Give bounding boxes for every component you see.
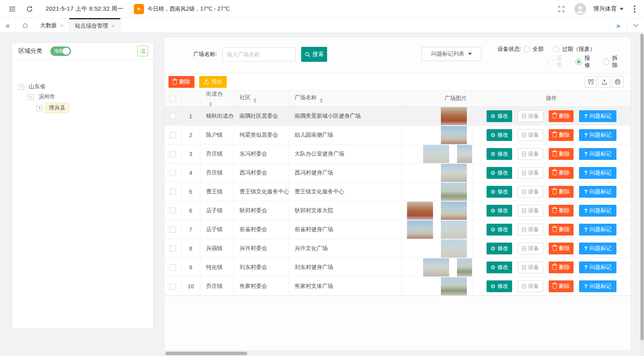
tab-big-data[interactable]: 大数据 × xyxy=(35,18,69,33)
device-button[interactable]: 设备 xyxy=(518,205,543,217)
batch-delete-button[interactable]: 删除 xyxy=(168,76,194,88)
plaza-photo-thumbnail[interactable] xyxy=(457,258,472,276)
print-icon[interactable] xyxy=(612,76,624,88)
delete-button[interactable]: 删除 xyxy=(549,243,574,254)
plaza-photo-thumbnail[interactable] xyxy=(441,183,467,201)
tabs-scroll-right-icon[interactable]: » xyxy=(609,18,627,33)
plaza-photo-thumbnail[interactable] xyxy=(441,126,467,144)
problem-mark-button[interactable]: ?问题标记 xyxy=(579,148,616,160)
delete-button[interactable]: 删除 xyxy=(549,261,574,273)
device-button[interactable]: 设备 xyxy=(518,261,543,273)
problem-mark-button[interactable]: ?问题标记 xyxy=(579,167,616,179)
row-checkbox[interactable] xyxy=(170,226,176,233)
edit-button[interactable]: 修改 xyxy=(487,224,513,235)
refresh-icon[interactable] xyxy=(24,3,35,15)
tabs-scroll-left-icon[interactable]: « xyxy=(0,18,16,33)
sort-icon[interactable] xyxy=(209,102,212,106)
filter-columns-icon[interactable] xyxy=(585,76,597,88)
row-checkbox[interactable] xyxy=(170,151,176,157)
status-radio-demolish[interactable]: 拆除 xyxy=(603,55,621,69)
delete-button[interactable]: 删除 xyxy=(549,205,574,217)
marker-list-dropdown[interactable]: 问题标记列表 xyxy=(422,47,481,61)
device-button[interactable]: 设备 xyxy=(518,186,543,198)
edit-button[interactable]: 修改 xyxy=(487,148,513,160)
user-menu[interactable]: 博兴体育 xyxy=(593,5,624,13)
vertical-scrollbar-thumb[interactable] xyxy=(640,34,644,340)
device-button[interactable]: 设备 xyxy=(518,224,543,235)
problem-mark-button[interactable]: ?问题标记 xyxy=(579,243,616,254)
row-checkbox[interactable] xyxy=(170,208,176,214)
delete-button[interactable]: 删除 xyxy=(549,224,574,235)
edit-button[interactable]: 修改 xyxy=(487,110,513,122)
device-button[interactable]: 设备 xyxy=(518,167,543,179)
close-icon[interactable]: × xyxy=(60,23,63,28)
vertical-scrollbar-track[interactable] xyxy=(640,33,644,356)
tree-expander-icon[interactable]: − xyxy=(28,94,34,100)
more-menu-icon[interactable] xyxy=(634,8,635,10)
sort-icon[interactable] xyxy=(320,98,323,103)
delete-button[interactable]: 删除 xyxy=(549,186,574,198)
edit-button[interactable]: 修改 xyxy=(487,205,513,217)
plaza-photo-thumbnail[interactable] xyxy=(423,145,449,163)
device-button[interactable]: 设备 xyxy=(518,148,543,160)
row-checkbox[interactable] xyxy=(170,170,176,176)
device-button[interactable]: 设备 xyxy=(518,243,543,254)
delete-button[interactable]: 删除 xyxy=(549,280,574,292)
plaza-photo-thumbnail[interactable] xyxy=(441,164,467,182)
problem-mark-button[interactable]: ?问题标记 xyxy=(579,205,616,217)
plaza-photo-thumbnail[interactable] xyxy=(407,221,433,239)
edit-button[interactable]: 修改 xyxy=(487,243,513,254)
export-table-icon[interactable] xyxy=(598,76,610,88)
sort-icon[interactable] xyxy=(254,98,257,103)
plaza-photo-thumbnail[interactable] xyxy=(407,202,433,220)
export-button[interactable]: 导出 xyxy=(199,76,227,88)
tree-node-province[interactable]: − 山东省 xyxy=(18,83,45,90)
tabs-menu-chevron-icon[interactable] xyxy=(627,18,644,33)
row-checkbox[interactable] xyxy=(170,189,176,195)
tree-expander-icon[interactable]: − xyxy=(18,84,24,90)
row-checkbox[interactable] xyxy=(170,132,176,138)
close-icon[interactable]: × xyxy=(111,23,115,29)
problem-mark-button[interactable]: ?问题标记 xyxy=(579,261,616,273)
edit-button[interactable]: 修改 xyxy=(487,280,513,292)
plaza-photo-thumbnail[interactable] xyxy=(423,258,449,276)
status-radio-all[interactable]: 全部 xyxy=(524,46,544,53)
plaza-photo-thumbnail[interactable] xyxy=(441,239,467,258)
delete-button[interactable]: 删除 xyxy=(549,167,574,179)
tab-site-management[interactable]: 站点综合管理 × xyxy=(69,18,120,33)
sidebar-collapse-icon[interactable] xyxy=(6,3,18,15)
plaza-photo-thumbnail[interactable] xyxy=(441,221,467,239)
tree-expander-icon[interactable]: + xyxy=(37,105,43,111)
device-button[interactable]: 设备 xyxy=(518,110,543,122)
problem-mark-button[interactable]: ?问题标记 xyxy=(579,110,616,122)
plaza-photo-thumbnail[interactable] xyxy=(441,107,467,125)
horizontal-scrollbar-thumb[interactable] xyxy=(165,352,247,355)
problem-mark-button[interactable]: ?问题标记 xyxy=(579,129,616,141)
plaza-photo-thumbnail[interactable] xyxy=(441,277,467,295)
device-button[interactable]: 设备 xyxy=(518,129,543,141)
problem-mark-button[interactable]: ?问题标记 xyxy=(579,224,616,235)
problem-mark-button[interactable]: ?问题标记 xyxy=(579,280,616,292)
fullscreen-icon[interactable] xyxy=(555,3,567,15)
edit-button[interactable]: 修改 xyxy=(487,261,513,273)
plaza-name-input[interactable] xyxy=(222,47,296,61)
row-checkbox[interactable] xyxy=(170,113,176,119)
edit-button[interactable]: 修改 xyxy=(487,129,513,141)
status-radio-normal[interactable]: 正常 xyxy=(548,55,566,69)
edit-button[interactable]: 修改 xyxy=(487,186,513,198)
edit-button[interactable]: 修改 xyxy=(487,167,513,179)
problem-mark-button[interactable]: ?问题标记 xyxy=(579,186,616,198)
device-button[interactable]: 设备 xyxy=(518,280,543,292)
tree-node-county[interactable]: + 博兴县 xyxy=(37,103,69,113)
status-radio-repair[interactable]: 报修 xyxy=(576,55,594,69)
plaza-photo-thumbnail[interactable] xyxy=(441,202,467,220)
select-all-checkbox[interactable] xyxy=(170,96,176,102)
map-toggle[interactable]: 地图 xyxy=(50,46,71,56)
delete-button[interactable]: 删除 xyxy=(549,148,574,160)
search-button[interactable]: 搜索 xyxy=(301,47,327,62)
status-radio-expired[interactable]: 过期（报废） xyxy=(553,46,595,53)
avatar[interactable] xyxy=(574,3,586,15)
tab-home[interactable] xyxy=(16,18,35,33)
delete-button[interactable]: 删除 xyxy=(549,129,574,141)
row-checkbox[interactable] xyxy=(170,283,176,289)
